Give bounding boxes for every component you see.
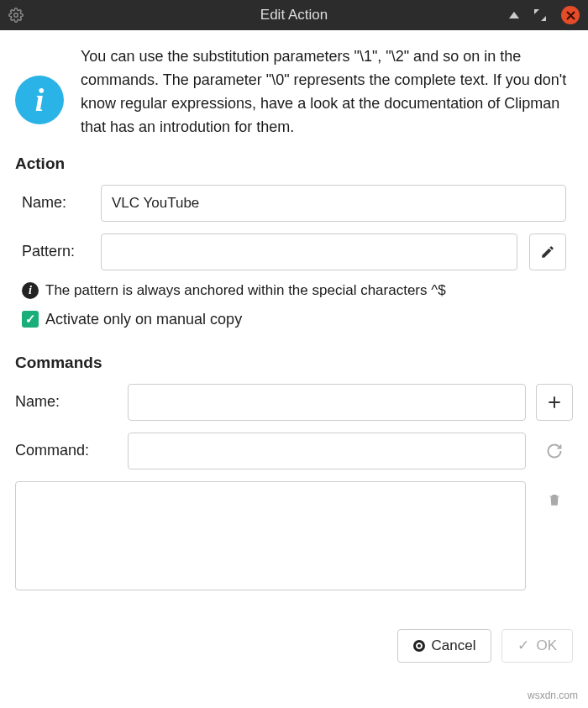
command-label: Command: xyxy=(15,442,116,459)
action-pattern-input[interactable] xyxy=(101,233,517,270)
delete-command-button[interactable] xyxy=(536,481,573,518)
action-section: Action Name: Pattern: i The pattern is a… xyxy=(15,155,573,333)
refresh-command-button[interactable] xyxy=(536,433,573,469)
info-icon: i xyxy=(15,76,64,124)
add-command-button[interactable] xyxy=(536,384,573,421)
watermark: wsxdn.com xyxy=(528,690,578,701)
info-panel: i You can use the substitution parameter… xyxy=(15,45,573,139)
commands-section-title: Commands xyxy=(15,354,573,372)
command-input[interactable] xyxy=(128,433,526,469)
dialog-footer: Cancel ✓ OK xyxy=(0,624,588,676)
window-title: Edit Action xyxy=(0,7,588,24)
ok-button[interactable]: ✓ OK xyxy=(501,629,573,663)
action-pattern-label: Pattern: xyxy=(22,243,89,260)
pattern-hint-text: The pattern is always anchored within th… xyxy=(45,282,446,299)
pattern-hint: i The pattern is always anchored within … xyxy=(22,282,566,299)
manual-copy-checkbox-row[interactable]: ✓ Activate only on manual copy xyxy=(22,311,566,328)
cancel-button-label: Cancel xyxy=(432,637,476,654)
ok-button-label: OK xyxy=(536,637,557,654)
action-section-title: Action xyxy=(15,155,573,173)
check-icon: ✓ xyxy=(517,637,529,654)
commands-list[interactable] xyxy=(15,481,526,590)
titlebar: Edit Action xyxy=(0,0,588,30)
info-text: You can use the substitution parameters … xyxy=(81,45,573,139)
edit-pattern-button[interactable] xyxy=(529,233,566,270)
hint-icon: i xyxy=(22,282,39,299)
action-name-input[interactable] xyxy=(101,185,566,222)
command-name-label: Name: xyxy=(15,393,116,411)
cancel-icon xyxy=(413,640,425,652)
command-name-input[interactable] xyxy=(128,384,526,421)
cancel-button[interactable]: Cancel xyxy=(397,629,492,663)
commands-section: Commands Name: Command: xyxy=(15,354,573,594)
manual-copy-label: Activate only on manual copy xyxy=(45,311,242,328)
manual-copy-checkbox[interactable]: ✓ xyxy=(22,311,39,328)
action-name-label: Name: xyxy=(22,194,89,212)
